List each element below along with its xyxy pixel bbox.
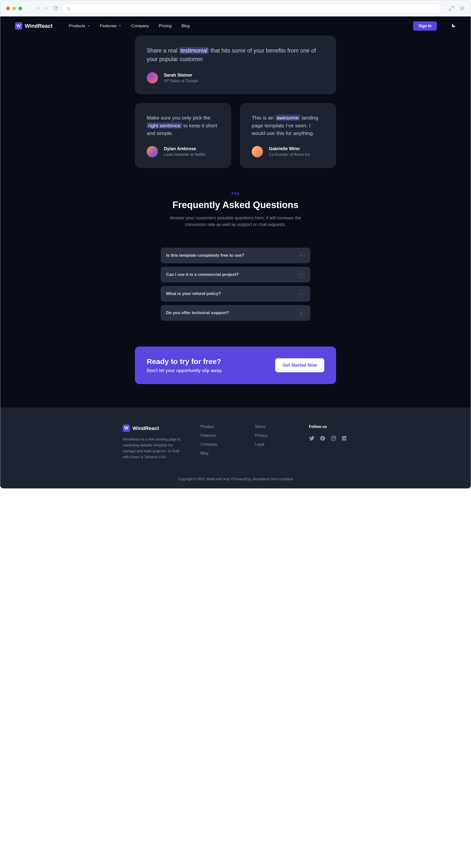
faq-title: Frequently Asked Questions: [135, 200, 336, 210]
footer-link-terms[interactable]: Terms: [255, 425, 294, 429]
faq-list: Is this template completely free to use?…: [161, 248, 310, 321]
browser-actions: [449, 6, 465, 11]
address-bar[interactable]: [62, 4, 442, 13]
testimonial-row: Make sure you only pick the right senten…: [135, 103, 336, 168]
nav-link-blog[interactable]: Blog: [181, 24, 190, 28]
testimonial-author: Sarah Steiner VP Sales at Google: [147, 72, 324, 84]
nav-link-label: Blog: [181, 24, 190, 28]
footer-follow-col: Follow us: [309, 425, 348, 460]
footer-link-privacy[interactable]: Privacy: [255, 433, 294, 438]
chevron-down-icon: [119, 24, 121, 28]
facebook-icon[interactable]: [320, 435, 325, 442]
avatar: [252, 146, 263, 157]
footer-links-col-2: TermsPrivacyLegal: [255, 425, 294, 460]
brand-logo: W: [123, 425, 130, 432]
signin-button[interactable]: Sign In: [413, 21, 437, 31]
twitter-icon[interactable]: [309, 435, 315, 442]
maximize-window-button[interactable]: [19, 7, 22, 10]
svg-rect-11: [343, 438, 344, 439]
chevron-down-icon: [298, 309, 305, 316]
site-navbar: W WindReact ProductsFeaturesCompanyPrici…: [0, 17, 471, 36]
faq-pretitle: FAQ: [135, 191, 336, 195]
footer-link-product[interactable]: Product: [200, 425, 240, 429]
svg-point-9: [335, 437, 335, 437]
footer-link-blog[interactable]: Blog: [200, 451, 240, 456]
theme-toggle[interactable]: [451, 23, 456, 29]
svg-point-12: [343, 437, 343, 438]
footer-links-col-1: ProductFeaturesCompanyBlog: [200, 425, 240, 460]
traffic-lights: [6, 7, 22, 10]
footer-description: WindReact is a free landing page & marke…: [123, 436, 186, 460]
footer-link-features[interactable]: Features: [200, 433, 240, 438]
avatar: [147, 146, 158, 157]
footer-link-company[interactable]: Company: [200, 442, 240, 447]
moon-icon: [451, 23, 456, 28]
site-footer: W WindReact WindReact is a free landing …: [0, 407, 471, 488]
back-icon[interactable]: [36, 6, 41, 10]
chevron-down-icon: [298, 252, 305, 259]
brand-logo: W: [15, 22, 22, 30]
search-icon: [66, 6, 71, 10]
cta-subtitle: Don't let your opportunity slip away.: [147, 368, 222, 373]
svg-point-8: [333, 437, 334, 439]
brand[interactable]: W WindReact: [15, 22, 53, 30]
linkedin-icon[interactable]: [341, 435, 347, 442]
copyright: Copyright © 2025. Made with ♥ by ITGeniu…: [15, 477, 456, 481]
svg-point-0: [67, 7, 70, 9]
instagram-icon[interactable]: [331, 435, 336, 442]
avatar: [147, 72, 158, 84]
expand-icon[interactable]: [449, 6, 454, 11]
menu-icon[interactable]: [460, 6, 465, 11]
faq-item[interactable]: Is this template completely free to use?: [161, 248, 310, 263]
author-name: Sarah Steiner: [164, 73, 198, 78]
nav-arrows: [36, 6, 49, 10]
author-role: VP Sales at Google: [164, 79, 198, 83]
footer-brand[interactable]: W WindReact: [123, 425, 186, 432]
author-role: Co-founder of Acme Inc: [269, 152, 310, 157]
cta-banner: Ready to try for free? Don't let your op…: [135, 346, 336, 384]
testimonial-author: Dylan Ambrose Lead marketer at Netflix: [147, 146, 219, 157]
minimize-window-button[interactable]: [12, 7, 16, 10]
testimonial-text: Make sure you only pick the right senten…: [147, 114, 219, 137]
nav-link-company[interactable]: Company: [131, 24, 149, 28]
testimonial-card: Share a real testimonial that hits some …: [135, 36, 336, 94]
author-name: Dylan Ambrose: [164, 146, 206, 151]
cta-title: Ready to try for free?: [147, 357, 222, 366]
cta-button[interactable]: Get Started Now: [275, 358, 324, 372]
svg-line-3: [449, 8, 451, 10]
nav-link-label: Features: [100, 24, 117, 28]
faq-item[interactable]: Do you offer technical support?: [161, 305, 310, 321]
refresh-icon[interactable]: [53, 6, 58, 11]
chevron-down-icon: [298, 290, 305, 297]
follow-us-label: Follow us: [309, 425, 348, 429]
faq-section: FAQ Frequently Asked Questions Answer yo…: [135, 191, 336, 321]
highlight-mark: right sentence: [147, 122, 182, 129]
nav-link-features[interactable]: Features: [100, 24, 121, 28]
faq-question: What is your refund policy?: [166, 291, 221, 296]
nav-link-label: Products: [69, 24, 85, 28]
social-links: [309, 435, 348, 442]
forward-icon[interactable]: [44, 6, 49, 10]
footer-brand-col: W WindReact WindReact is a free landing …: [123, 425, 186, 460]
nav-link-products[interactable]: Products: [69, 24, 90, 28]
svg-line-1: [69, 9, 70, 10]
author-name: Gabrielle Winn: [269, 146, 310, 151]
footer-link-legal[interactable]: Legal: [255, 442, 294, 447]
testimonial-card: Make sure you only pick the right senten…: [135, 103, 231, 168]
close-window-button[interactable]: [6, 7, 10, 10]
faq-item[interactable]: Can I use it in a commercial project?: [161, 267, 310, 282]
highlight-mark: awesome: [275, 115, 300, 121]
testimonial-author: Gabrielle Winn Co-founder of Acme Inc: [252, 146, 324, 157]
faq-question: Do you offer technical support?: [166, 310, 229, 315]
author-role: Lead marketer at Netflix: [164, 152, 206, 157]
faq-subtitle: Answer your customers possible questions…: [159, 215, 312, 228]
nav-link-pricing[interactable]: Pricing: [159, 24, 171, 28]
nav-links: ProductsFeaturesCompanyPricingBlog: [69, 24, 190, 28]
faq-question: Can I use it in a commercial project?: [166, 272, 239, 277]
browser-frame: W WindReact ProductsFeaturesCompanyPrici…: [0, 0, 471, 489]
chevron-down-icon: [298, 271, 305, 278]
faq-item[interactable]: What is your refund policy?: [161, 286, 310, 302]
nav-link-label: Pricing: [159, 24, 171, 28]
nav-link-label: Company: [131, 24, 149, 28]
svg-line-2: [451, 6, 453, 8]
